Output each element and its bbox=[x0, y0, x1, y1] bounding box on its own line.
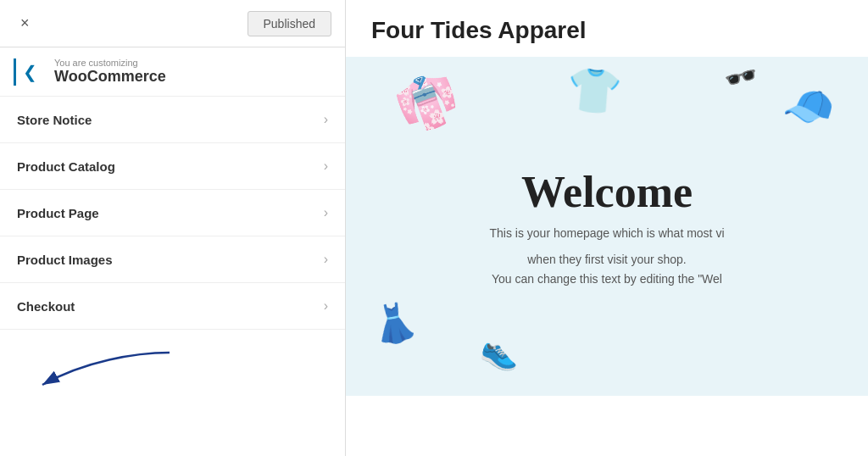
hero-subtext-3: You can change this text by editing the … bbox=[490, 272, 725, 286]
close-icon: × bbox=[20, 14, 30, 31]
clothing-illustration-1: 👘 bbox=[389, 65, 466, 141]
welcome-heading: Welcome bbox=[490, 167, 725, 217]
chevron-right-icon: › bbox=[324, 205, 328, 220]
menu-item-product-catalog[interactable]: Product Catalog › bbox=[0, 143, 345, 190]
menu-item-product-images[interactable]: Product Images › bbox=[0, 236, 345, 283]
chevron-right-icon: › bbox=[324, 252, 328, 267]
sidebar-menu: Store Notice › Product Catalog › Product… bbox=[0, 97, 345, 456]
close-button[interactable]: × bbox=[14, 11, 36, 36]
site-title: Four Tides Apparel bbox=[371, 17, 843, 44]
preview-hero: 👘 👕 🧢 🕶️ 👗 👟 Welcome This is your homepa… bbox=[346, 57, 868, 396]
hero-subtext-2: when they first visit your shop. bbox=[490, 250, 725, 269]
menu-item-label: Store Notice bbox=[17, 113, 92, 127]
chevron-right-icon: › bbox=[324, 158, 328, 174]
published-button[interactable]: Published bbox=[248, 11, 332, 36]
customizing-info: You are customizing WooCommerce bbox=[54, 58, 166, 86]
clothing-illustration-2: 👕 bbox=[564, 63, 623, 119]
menu-item-label: Product Images bbox=[17, 253, 113, 267]
back-button[interactable]: ❮ bbox=[14, 58, 44, 86]
menu-item-label: Product Catalog bbox=[17, 159, 115, 174]
chevron-right-icon: › bbox=[324, 112, 328, 127]
menu-item-product-page[interactable]: Product Page › bbox=[0, 190, 345, 236]
chevron-right-icon: › bbox=[324, 298, 328, 314]
hero-subtext-1: This is your homepage which is what most… bbox=[490, 224, 725, 242]
menu-item-store-notice[interactable]: Store Notice › bbox=[0, 97, 345, 143]
customizing-title: WooCommerce bbox=[54, 68, 166, 86]
customizer-sidebar: × Published ❮ You are customizing WooCom… bbox=[0, 0, 346, 456]
chevron-left-icon: ❮ bbox=[23, 63, 37, 81]
clothing-illustration-4: 🕶️ bbox=[721, 57, 761, 97]
menu-item-checkout[interactable]: Checkout › bbox=[0, 283, 345, 330]
clothing-illustration-3: 🧢 bbox=[780, 78, 838, 134]
menu-item-label: Checkout bbox=[17, 299, 75, 314]
preview-panel: Four Tides Apparel 👘 👕 🧢 🕶️ 👗 👟 Welcome … bbox=[346, 0, 868, 456]
clothing-illustration-5: 👗 bbox=[368, 298, 421, 349]
menu-item-label: Product Page bbox=[17, 206, 99, 220]
hero-text-block: Welcome This is your homepage which is w… bbox=[490, 167, 725, 286]
sidebar-header: × Published bbox=[0, 0, 345, 47]
customizing-section: ❮ You are customizing WooCommerce bbox=[0, 47, 345, 97]
customizing-label: You are customizing bbox=[54, 58, 166, 68]
preview-header: Four Tides Apparel bbox=[346, 0, 868, 57]
clothing-illustration-6: 👟 bbox=[477, 329, 526, 375]
